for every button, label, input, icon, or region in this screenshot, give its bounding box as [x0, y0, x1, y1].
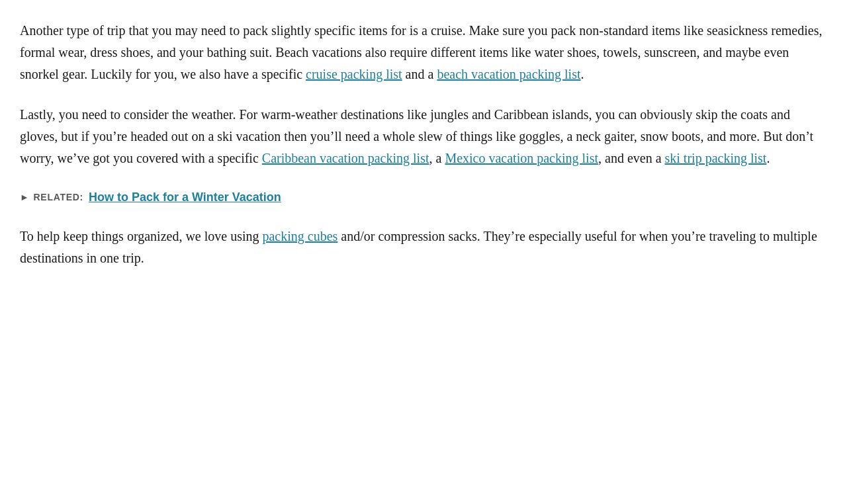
caribbean-packing-list-link[interactable]: Caribbean vacation packing list	[262, 151, 429, 165]
related-label-text: RELATED:	[34, 190, 83, 204]
related-arrow: ►	[20, 190, 30, 204]
packing-cubes-link[interactable]: packing cubes	[262, 229, 337, 243]
paragraph-packing-cubes: To help keep things organized, we love u…	[20, 226, 831, 269]
winter-vacation-link[interactable]: How to Pack for a Winter Vacation	[89, 188, 281, 207]
cruise-packing-list-link[interactable]: cruise packing list	[306, 67, 402, 81]
beach-vacation-packing-list-link[interactable]: beach vacation packing list	[437, 67, 580, 81]
ski-trip-packing-list-link[interactable]: ski trip packing list	[665, 151, 767, 165]
related-block: ► RELATED: How to Pack for a Winter Vaca…	[20, 188, 831, 207]
related-label: ► RELATED:	[20, 190, 83, 204]
paragraph-cruise-text-between: and a	[402, 67, 437, 81]
paragraph-cubes-text-before: To help keep things organized, we love u…	[20, 229, 262, 243]
mexico-packing-list-link[interactable]: Mexico vacation packing list	[445, 151, 598, 165]
paragraph-weather: Lastly, you need to consider the weather…	[20, 104, 831, 169]
content-wrapper: Another type of trip that you may need t…	[20, 20, 831, 269]
paragraph-weather-text-between1: , a	[429, 151, 445, 165]
paragraph-cruise: Another type of trip that you may need t…	[20, 20, 831, 85]
paragraph-cruise-text-after: .	[581, 67, 584, 81]
paragraph-weather-text-between2: , and even a	[598, 151, 665, 165]
paragraph-weather-text-after: .	[766, 151, 770, 165]
